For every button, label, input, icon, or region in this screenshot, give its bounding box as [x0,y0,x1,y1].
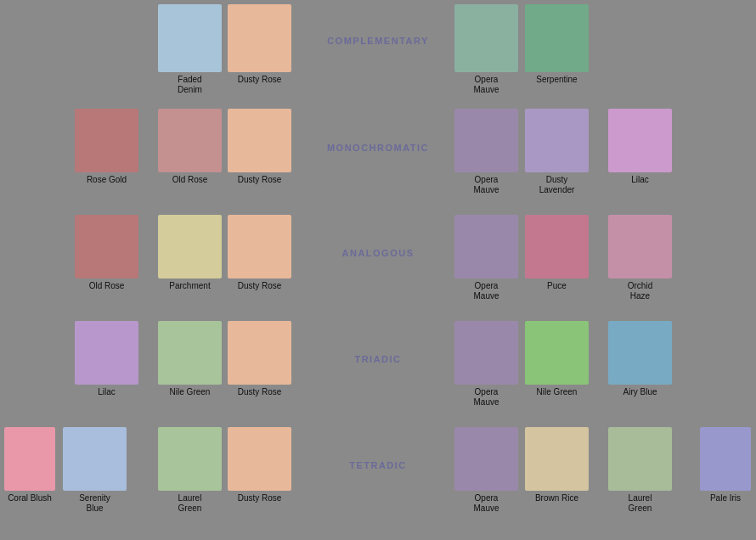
swatch-coral-blush: Coral Blush [4,427,55,503]
swatch-dusty-rose-comp: Dusty Rose [228,4,291,85]
swatch-nile-green-tri-r: Nile Green [525,321,589,397]
color-harmony-chart: COMPLEMENTARY FadedDenim Dusty Rose Oper… [0,0,756,540]
swatch-faded-denim: FadedDenim [158,4,222,95]
swatch-opera-mauve-tet: OperaMauve [454,427,518,514]
swatch-nile-green-tri: Nile Green [158,321,222,397]
swatch-opera-mauve-mono: OperaMauve [454,109,518,195]
section-label-complementary: COMPLEMENTARY [314,36,442,46]
swatch-dusty-rose-tri: Dusty Rose [228,321,291,397]
swatch-puce: Puce [525,215,589,291]
swatch-laurel-green-tet: LaurelGreen [158,427,222,514]
swatch-opera-mauve-ana: OperaMauve [454,215,518,301]
swatch-dusty-rose-mono: Dusty Rose [228,109,291,185]
swatch-old-rose-ana: Old Rose [75,215,138,291]
swatch-serenity-blue: SerenityBlue [63,427,127,514]
swatch-parchment: Parchment [158,215,222,291]
section-label-monochromatic: MONOCHROMATIC [314,143,442,153]
swatch-old-rose-mono: Old Rose [158,109,222,185]
swatch-lilac-mono: Lilac [608,109,672,185]
swatch-opera-mauve-comp: OperaMauve [454,4,518,95]
swatch-orchid-haze: OrchidHaze [608,215,672,301]
swatch-airy-blue: Airy Blue [608,321,672,397]
swatch-brown-rice: Brown Rice [525,427,589,503]
swatch-serpentine: Serpentine [525,4,589,85]
swatch-rose-gold: Rose Gold [75,109,138,185]
swatch-laurel-green-tet-r: LaurelGreen [608,427,672,514]
swatch-pale-iris: Pale Iris [700,427,751,503]
swatch-dusty-lavender: DustyLavender [525,109,589,195]
swatch-lilac-tri: Lilac [75,321,138,397]
swatch-opera-mauve-tri: OperaMauve [454,321,518,408]
swatch-dusty-rose-tet: Dusty Rose [228,427,291,503]
swatch-dusty-rose-ana: Dusty Rose [228,215,291,291]
section-label-triadic: TRIADIC [314,354,442,364]
section-label-analogous: ANALOGOUS [314,248,442,258]
section-label-tetradic: TETRADIC [314,460,442,470]
